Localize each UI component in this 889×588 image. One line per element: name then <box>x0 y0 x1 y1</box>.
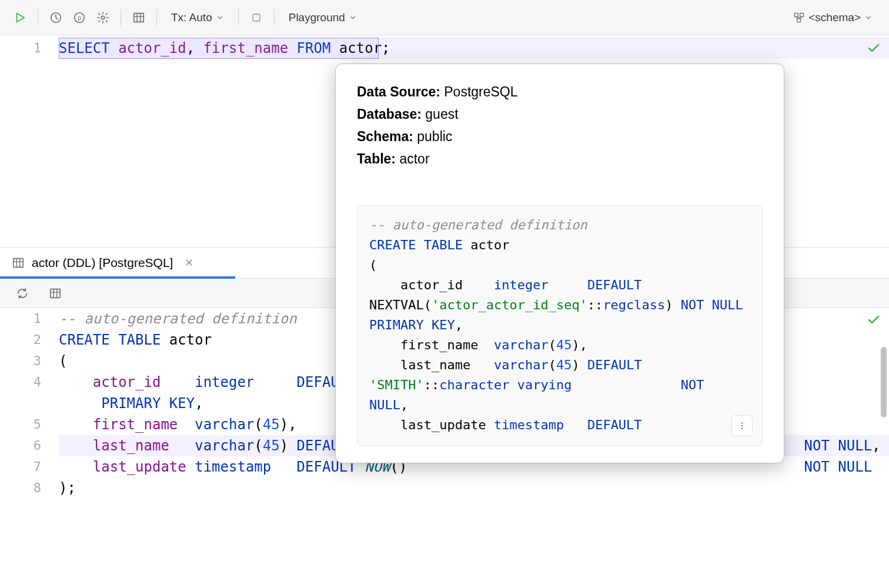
stop-button[interactable] <box>246 7 267 28</box>
svg-rect-8 <box>797 18 801 22</box>
svg-text:p: p <box>78 14 81 21</box>
chevron-down-icon <box>864 14 873 22</box>
svg-rect-9 <box>14 259 24 268</box>
svg-rect-5 <box>253 14 260 21</box>
toolbar-separator <box>121 9 121 26</box>
tx-mode-dropdown[interactable]: Tx: Auto <box>164 7 231 28</box>
line-number: 1 <box>0 308 59 329</box>
more-actions-button[interactable] <box>731 415 753 436</box>
explain-plan-button[interactable]: p <box>69 7 90 28</box>
table-view-button[interactable] <box>128 7 149 28</box>
schema-label: Schema: <box>357 129 413 144</box>
main-toolbar: p Tx: Auto Playground <schema> <box>0 0 889 35</box>
line-gutter: 1 2 3 4 5 6 7 8 <box>0 308 59 588</box>
scrollbar-thumb[interactable] <box>881 347 887 417</box>
table-button[interactable] <box>45 283 66 304</box>
line-number: 2 <box>0 329 59 350</box>
svg-point-13 <box>741 427 743 429</box>
code-line: SELECT actor_id, first_name FROM actor; <box>59 38 889 59</box>
svg-rect-6 <box>795 13 798 16</box>
inspection-ok-icon[interactable] <box>865 40 882 56</box>
run-button[interactable] <box>9 7 31 28</box>
svg-rect-10 <box>51 289 61 298</box>
line-number: 3 <box>0 350 59 372</box>
history-button[interactable] <box>45 7 66 28</box>
svg-rect-4 <box>134 13 144 22</box>
refresh-button[interactable] <box>12 283 33 304</box>
line-number: 8 <box>0 477 59 499</box>
close-icon[interactable]: ✕ <box>185 256 193 269</box>
line-number: 5 <box>0 414 59 435</box>
database-label: Database: <box>357 106 422 122</box>
tab-actor-ddl[interactable]: actor (DDL) [PostgreSQL] ✕ <box>12 256 193 270</box>
svg-point-3 <box>101 16 105 19</box>
line-gutter: 1 <box>0 35 59 247</box>
code-line: ); <box>59 477 889 499</box>
table-label: Table: <box>357 151 396 166</box>
quick-doc-popup: Data Source: PostgreSQL Database: guest … <box>335 64 784 463</box>
data-source-label: Data Source: <box>357 84 440 99</box>
popup-ddl-code: -- auto-generated definition CREATE TABL… <box>357 205 763 446</box>
toolbar-separator <box>274 9 275 26</box>
schema-label: <schema> <box>808 11 861 24</box>
line-number: 6 <box>0 435 59 456</box>
tab-label: actor (DDL) [PostgreSQL] <box>32 256 173 270</box>
toolbar-separator <box>238 9 239 26</box>
database-value: guest <box>422 106 459 122</box>
settings-button[interactable] <box>92 7 113 28</box>
playground-label: Playground <box>289 11 345 24</box>
chevron-down-icon <box>216 14 224 22</box>
toolbar-separator <box>156 9 157 26</box>
svg-point-11 <box>741 422 743 423</box>
inspection-ok-icon[interactable] <box>865 312 882 328</box>
svg-point-12 <box>741 425 743 426</box>
chevron-down-icon <box>349 14 357 22</box>
kebab-icon <box>737 421 747 430</box>
tab-active-indicator <box>0 276 235 279</box>
table-icon <box>12 256 25 269</box>
schema-value: public <box>413 129 452 144</box>
toolbar-separator <box>38 9 38 26</box>
svg-rect-7 <box>800 13 804 16</box>
line-number: 7 <box>0 456 59 477</box>
line-number: 1 <box>0 38 59 59</box>
popup-metadata: Data Source: PostgreSQL Database: guest … <box>357 81 763 170</box>
schema-dropdown[interactable]: <schema> <box>786 7 880 28</box>
data-source-value: PostgreSQL <box>440 84 518 99</box>
tx-mode-label: Tx: Auto <box>171 11 212 24</box>
playground-dropdown[interactable]: Playground <box>282 7 364 28</box>
table-value: actor <box>396 151 430 166</box>
schema-icon <box>793 12 805 24</box>
line-number: 4 <box>0 372 59 414</box>
